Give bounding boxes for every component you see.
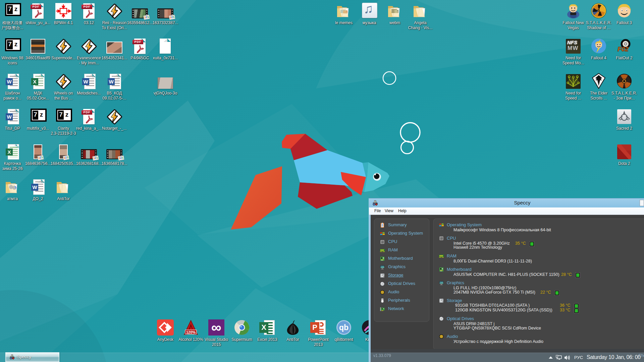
svg-text:qb: qb (339, 323, 348, 332)
svg-text:F02: F02 (618, 46, 629, 53)
svg-text:120%: 120% (186, 330, 196, 334)
